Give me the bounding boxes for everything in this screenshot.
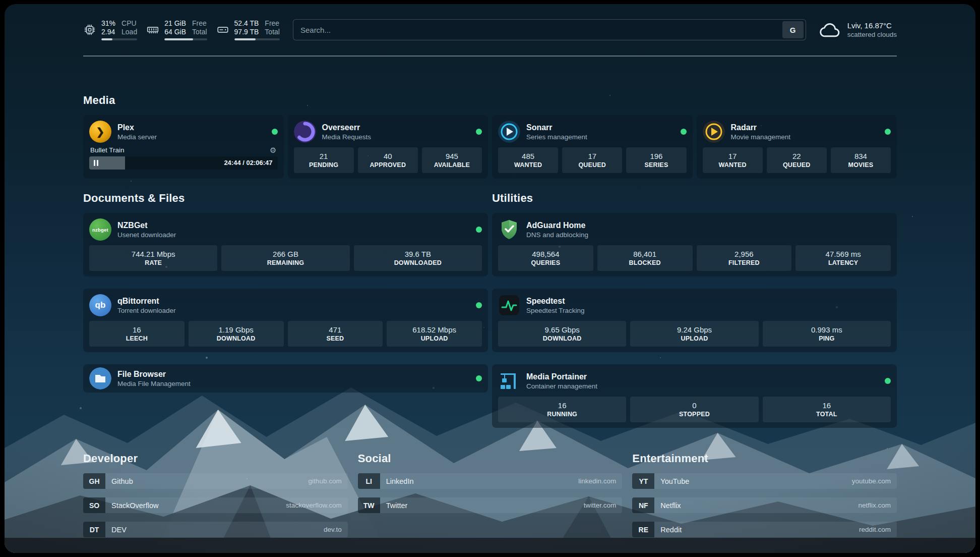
service-card-adguard[interactable]: AdGuard Home DNS and adblocking 498,564 … xyxy=(492,213,897,276)
stat-label: BLOCKED xyxy=(598,259,692,267)
stat-value: 40 xyxy=(359,151,417,161)
stat-box: 1.19 Gbps DOWNLOAD xyxy=(189,321,284,347)
playback-time: 24:44 / 02:06:47 xyxy=(224,159,272,166)
now-playing-title: Bullet Train xyxy=(90,146,125,154)
bookmark-group-entertainment: Entertainment YT YouTube youtube.com NF … xyxy=(632,452,897,537)
bookmark-abbr: LI xyxy=(358,473,380,489)
settings-gear-icon[interactable]: ⚙ xyxy=(270,146,276,154)
stat-label: QUEUED xyxy=(563,161,621,169)
radarr-icon xyxy=(703,121,725,143)
service-name: Speedtest xyxy=(526,296,585,306)
service-description: Speedtest Tracking xyxy=(526,306,585,315)
bookmark-url: youtube.com xyxy=(852,477,897,485)
stat-label: PENDING xyxy=(295,161,353,169)
stat-value: 471 xyxy=(289,325,382,335)
stat-box: 17 WANTED xyxy=(703,147,763,173)
service-card-plex[interactable]: ❯ Plex Media server Bullet Train ⚙ xyxy=(83,115,284,179)
bookmark-abbr: DT xyxy=(83,522,105,537)
bookmark-linkedin[interactable]: LI LinkedIn linkedin.com xyxy=(358,473,623,489)
search-provider-button[interactable]: G xyxy=(782,21,804,38)
service-card-nzbget[interactable]: nzbget NZBGet Usenet downloader 744.21 M… xyxy=(83,213,488,276)
stat-box: 86,401 BLOCKED xyxy=(597,245,693,271)
stat-label: WANTED xyxy=(499,161,557,169)
service-description: Series management xyxy=(526,133,587,141)
stat-value: 196 xyxy=(627,151,685,161)
stat-label: TOTAL xyxy=(764,410,890,418)
service-card-qbittorrent[interactable]: qb qBittorrent Torrent downloader 16 LEE… xyxy=(83,289,488,352)
bookmark-stackoverflow[interactable]: SO StackOverflow stackoverflow.com xyxy=(83,497,348,513)
stat-value: 0.993 ms xyxy=(764,325,890,335)
stat-value: 834 xyxy=(832,151,890,161)
bookmark-group-developer: Developer GH Github github.com SO StackO… xyxy=(83,452,348,537)
stat-box: 16 LEECH xyxy=(89,321,185,347)
stat-label: APPROVED xyxy=(359,161,417,169)
bookmark-name: DEV xyxy=(105,526,324,534)
status-indicator xyxy=(272,129,278,135)
service-card-overseerr[interactable]: Overseerr Media Requests 21 PENDING 40 A… xyxy=(288,115,488,179)
stat-box: 16 RUNNING xyxy=(498,397,626,422)
stat-label: AVAILABLE xyxy=(423,161,481,169)
stat-box: 744.21 Mbps RATE xyxy=(89,245,217,271)
memory-free-label: Free xyxy=(192,19,207,28)
service-card-portainer[interactable]: Media Portainer Container management 16 … xyxy=(492,364,897,428)
service-card-sonarr[interactable]: Sonarr Series management 485 WANTED 17 Q… xyxy=(492,115,693,179)
bookmark-url: linkedin.com xyxy=(578,477,622,485)
bookmark-youtube[interactable]: YT YouTube youtube.com xyxy=(632,473,897,489)
cpu-usage-value: 31% xyxy=(101,19,115,28)
bookmark-twitter[interactable]: TW Twitter twitter.com xyxy=(358,497,623,513)
service-name: Plex xyxy=(117,123,157,133)
stat-box: 471 SEED xyxy=(288,321,383,347)
status-indicator xyxy=(681,129,687,135)
stat-box: 618.52 Mbps UPLOAD xyxy=(387,321,482,347)
service-description: Media File Management xyxy=(117,379,191,388)
stat-box: 22 QUEUED xyxy=(767,147,827,173)
section-media: Media ❯ Plex Media server Bullet Train xyxy=(83,94,897,179)
service-card-filebrowser[interactable]: File Browser Media File Management xyxy=(83,364,488,393)
memory-progress-bar xyxy=(164,38,207,40)
service-description: Torrent downloader xyxy=(117,306,176,315)
stat-value: 16 xyxy=(499,401,625,410)
service-card-speedtest[interactable]: Speedtest Speedtest Tracking 9.65 Gbps D… xyxy=(492,289,897,352)
stat-value: 16 xyxy=(90,325,183,335)
status-indicator xyxy=(476,129,482,135)
weather-widget[interactable]: Lviv, 16.87°C scattered clouds xyxy=(819,21,897,39)
bookmark-github[interactable]: GH Github github.com xyxy=(83,473,348,489)
stat-value: 266 GB xyxy=(222,249,348,259)
stat-value: 0 xyxy=(631,401,757,410)
disk-free-label: Free xyxy=(265,19,280,28)
bookmark-dev[interactable]: DT DEV dev.to xyxy=(83,522,348,537)
service-card-radarr[interactable]: Radarr Movie management 17 WANTED 22 QUE… xyxy=(697,115,897,179)
stat-value: 17 xyxy=(563,151,621,161)
cpu-progress-fill xyxy=(101,38,112,40)
stat-box: 0 STOPPED xyxy=(630,397,758,422)
playback-progress-bar[interactable]: 24:44 / 02:06:47 xyxy=(89,156,278,170)
bookmark-name: StackOverflow xyxy=(105,502,286,510)
stat-label: LATENCY xyxy=(797,259,890,267)
cpu-progress-bar xyxy=(101,38,137,40)
cpu-icon xyxy=(83,23,96,36)
bookmark-netflix[interactable]: NF Netflix netflix.com xyxy=(632,497,897,513)
stat-box: 2,956 FILTERED xyxy=(697,245,792,271)
stat-label: SERIES xyxy=(627,161,685,169)
status-indicator xyxy=(885,129,891,135)
memory-widget: 21 GiB Free 64 GiB Total xyxy=(146,19,207,40)
search-input[interactable] xyxy=(293,26,782,34)
service-name: AdGuard Home xyxy=(526,220,588,231)
stat-value: 744.21 Mbps xyxy=(90,249,216,259)
stat-box: 945 AVAILABLE xyxy=(422,147,482,173)
section-title-media: Media xyxy=(83,94,897,107)
stat-value: 945 xyxy=(423,151,481,161)
section-title-utilities: Utilities xyxy=(492,192,897,205)
adguard-icon xyxy=(498,218,520,241)
pause-icon[interactable] xyxy=(94,160,98,166)
search-bar: G xyxy=(293,19,806,40)
stat-value: 21 xyxy=(295,151,353,161)
top-bar: 31% CPU 2.94 Load xyxy=(83,19,897,40)
service-name: Radarr xyxy=(731,123,791,133)
resource-widgets: 31% CPU 2.94 Load xyxy=(83,19,280,40)
disk-icon xyxy=(216,23,229,36)
stat-label: QUEUED xyxy=(768,161,826,169)
bookmark-reddit[interactable]: RE Reddit reddit.com xyxy=(632,522,897,537)
stat-box: 196 SERIES xyxy=(626,147,686,173)
stat-label: UPLOAD xyxy=(388,335,481,343)
